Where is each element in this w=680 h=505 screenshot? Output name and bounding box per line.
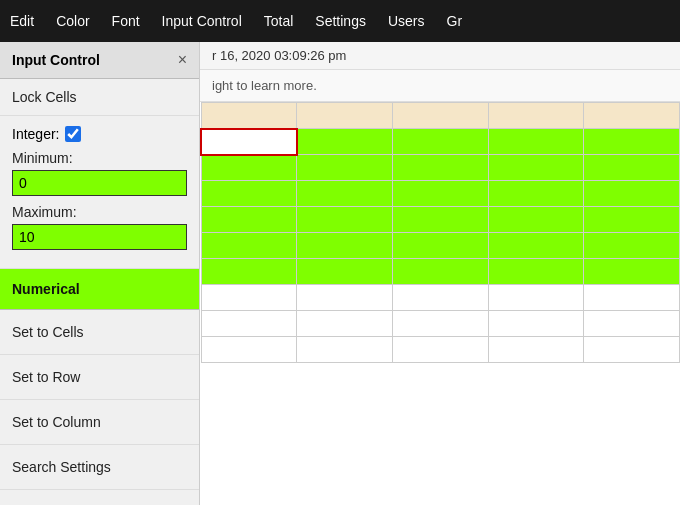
table-row (201, 337, 680, 363)
table-cell[interactable] (488, 155, 584, 181)
main-area: Input Control × Lock Cells Integer: Mini… (0, 42, 680, 505)
table-cell[interactable] (201, 207, 297, 233)
numerical-item[interactable]: Numerical (0, 269, 199, 310)
table-cell[interactable] (488, 103, 584, 129)
set-to-column-label: Set to Column (12, 414, 101, 430)
maximum-input[interactable] (12, 224, 187, 250)
table-cell[interactable] (297, 233, 393, 259)
menu-bar: Edit Color Font Input Control Total Sett… (0, 0, 680, 42)
table-cell[interactable] (584, 311, 680, 337)
table-row (201, 155, 680, 181)
menu-total[interactable]: Total (262, 9, 296, 33)
table-cell[interactable] (584, 233, 680, 259)
table-cell[interactable] (297, 129, 393, 155)
table-cell[interactable] (392, 311, 488, 337)
table-cell[interactable] (488, 129, 584, 155)
table-row (201, 181, 680, 207)
table-row (201, 259, 680, 285)
delete-item[interactable]: DELETE (0, 494, 199, 505)
menu-users[interactable]: Users (386, 9, 427, 33)
menu-items: Edit Color Font Input Control Total Sett… (8, 9, 464, 33)
table-cell[interactable] (201, 181, 297, 207)
search-settings-label: Search Settings (12, 459, 111, 475)
table-cell[interactable] (297, 311, 393, 337)
set-to-row-item[interactable]: Set to Row (0, 355, 199, 400)
table-cell[interactable] (392, 181, 488, 207)
sidebar-header: Input Control × (0, 42, 199, 79)
table-cell[interactable] (297, 181, 393, 207)
table-cell[interactable] (488, 285, 584, 311)
menu-color[interactable]: Color (54, 9, 91, 33)
set-to-row-label: Set to Row (12, 369, 80, 385)
table-cell[interactable] (488, 337, 584, 363)
grid-table (200, 102, 680, 363)
integer-label: Integer: (12, 126, 59, 142)
info-bar: ight to learn more. (200, 70, 680, 102)
sidebar-title: Input Control (12, 52, 100, 68)
date-bar: r 16, 2020 03:09:26 pm (200, 42, 680, 70)
table-row (201, 285, 680, 311)
table-cell[interactable] (297, 155, 393, 181)
table-cell[interactable] (201, 285, 297, 311)
minimum-input[interactable] (12, 170, 187, 196)
table-cell[interactable] (201, 311, 297, 337)
table-cell[interactable] (584, 259, 680, 285)
spreadsheet-area: r 16, 2020 03:09:26 pm ight to learn mor… (200, 42, 680, 505)
minimum-label: Minimum: (12, 150, 187, 166)
table-cell[interactable] (584, 285, 680, 311)
table-cell[interactable] (392, 155, 488, 181)
table-cell[interactable] (297, 337, 393, 363)
table-cell[interactable] (392, 103, 488, 129)
set-to-cells-label: Set to Cells (12, 324, 84, 340)
table-cell[interactable] (488, 233, 584, 259)
table-cell[interactable] (584, 181, 680, 207)
lock-cells-label: Lock Cells (12, 89, 77, 105)
table-row (201, 207, 680, 233)
menu-gr[interactable]: Gr (445, 9, 465, 33)
table-cell[interactable] (584, 129, 680, 155)
table-cell[interactable] (297, 103, 393, 129)
table-cell[interactable] (297, 207, 393, 233)
table-cell[interactable] (392, 207, 488, 233)
menu-font[interactable]: Font (110, 9, 142, 33)
grid-container (200, 102, 680, 505)
search-settings-item[interactable]: Search Settings (0, 445, 199, 490)
controls-section: Integer: Minimum: Maximum: (0, 116, 199, 269)
table-cell[interactable] (488, 207, 584, 233)
table-cell[interactable] (201, 337, 297, 363)
table-cell[interactable] (392, 259, 488, 285)
table-cell[interactable] (584, 155, 680, 181)
info-text: ight to learn more. (212, 78, 317, 93)
menu-settings[interactable]: Settings (313, 9, 368, 33)
set-to-column-item[interactable]: Set to Column (0, 400, 199, 445)
lock-cells-item[interactable]: Lock Cells (0, 79, 199, 116)
table-cell-selected[interactable] (201, 129, 297, 155)
integer-row: Integer: (12, 126, 187, 142)
table-cell[interactable] (201, 233, 297, 259)
table-cell[interactable] (201, 103, 297, 129)
table-cell[interactable] (392, 129, 488, 155)
menu-edit[interactable]: Edit (8, 9, 36, 33)
table-cell[interactable] (392, 285, 488, 311)
table-cell[interactable] (488, 311, 584, 337)
sidebar-close-button[interactable]: × (178, 52, 187, 68)
table-cell[interactable] (392, 233, 488, 259)
table-cell[interactable] (201, 155, 297, 181)
table-cell[interactable] (297, 259, 393, 285)
table-cell[interactable] (584, 337, 680, 363)
sidebar-panel: Input Control × Lock Cells Integer: Mini… (0, 42, 200, 505)
table-cell[interactable] (201, 259, 297, 285)
table-cell[interactable] (488, 259, 584, 285)
table-cell[interactable] (584, 103, 680, 129)
table-cell[interactable] (488, 181, 584, 207)
table-cell[interactable] (297, 285, 393, 311)
table-row (201, 233, 680, 259)
numerical-label: Numerical (12, 281, 80, 297)
set-to-cells-item[interactable]: Set to Cells (0, 310, 199, 355)
menu-input-control[interactable]: Input Control (160, 9, 244, 33)
table-row (201, 311, 680, 337)
date-text: r 16, 2020 03:09:26 pm (212, 48, 346, 63)
table-cell[interactable] (392, 337, 488, 363)
table-cell[interactable] (584, 207, 680, 233)
integer-checkbox[interactable] (65, 126, 81, 142)
